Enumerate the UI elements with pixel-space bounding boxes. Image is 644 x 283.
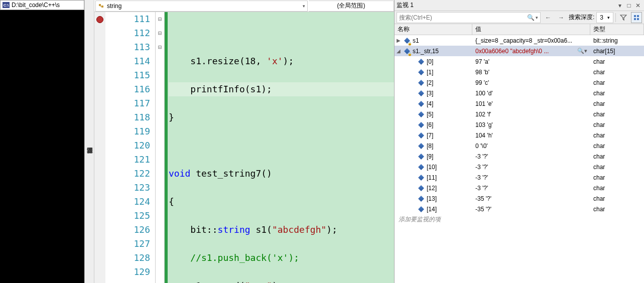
watch-value: -35 '?' <box>475 206 491 213</box>
watch-row[interactable]: [10]-3 '?'char <box>395 162 644 172</box>
line-number: 125 <box>105 209 150 223</box>
line-number: 127 <box>105 237 150 251</box>
variable-icon <box>418 100 425 107</box>
watch-row[interactable]: [7]104 'h'char <box>395 130 644 140</box>
watch-body[interactable]: ▶s1{_size=8 _capacity=8 _str=0x00a6...bi… <box>395 35 644 283</box>
depth-value: 3 <box>600 14 603 21</box>
code-line[interactable]: s1.resize(18, 'x'); <box>169 54 394 68</box>
breakpoint-icon[interactable] <box>96 16 103 23</box>
svg-rect-5 <box>634 18 636 20</box>
scope-dropdown-left[interactable]: string ▾ <box>95 1 308 12</box>
code-editor[interactable]: 1111121131141151161171181191201211221231… <box>94 12 394 283</box>
watch-columns-header: 名称 值 类型 <box>395 24 644 35</box>
watch-row[interactable]: ◢s1._str,150x00a606e0 "abcdefgh\0 ...🔍▾c… <box>395 46 644 56</box>
code-line[interactable]: //s1.push_back('x'); <box>169 251 394 265</box>
watch-type: bit::string <box>590 37 644 44</box>
filter-icon[interactable] <box>618 12 629 23</box>
fold-margin[interactable]: ⊟⊟⊟ <box>156 12 165 283</box>
code-line[interactable]: } <box>169 110 394 124</box>
code-line[interactable]: bit::string s1("abcdefgh"); <box>169 223 394 237</box>
visualizer-icon[interactable]: 🔍▾ <box>577 48 587 54</box>
depth-dropdown[interactable]: 3 ▾ <box>596 12 613 23</box>
watch-type: char <box>590 111 644 118</box>
line-number: 112 <box>105 26 150 40</box>
line-number: 114 <box>105 54 150 68</box>
col-header-value[interactable]: 值 <box>472 24 590 35</box>
col-header-type[interactable]: 类型 <box>590 24 644 35</box>
nav-forward-icon[interactable]: → <box>556 12 567 23</box>
watch-type: char <box>590 153 644 160</box>
search-icon[interactable]: 🔍 <box>527 14 535 21</box>
code-line[interactable]: printfInfo(s1); <box>169 82 394 96</box>
svg-rect-0 <box>99 4 101 6</box>
watch-type: char <box>590 185 644 192</box>
add-watch-row[interactable]: 添加要监视的项 <box>395 214 644 225</box>
nav-back-icon[interactable]: ← <box>543 12 554 23</box>
watch-row[interactable]: [11]-3 '?'char <box>395 172 644 183</box>
code-line[interactable] <box>169 138 394 153</box>
console-titlebar[interactable]: C:\ D:\bit_code\C++\s <box>0 0 84 10</box>
watch-row[interactable]: [14]-35 '?'char <box>395 204 644 214</box>
watch-row[interactable]: [3]100 'd'char <box>395 88 644 98</box>
col-header-name[interactable]: 名称 <box>395 24 472 35</box>
separator <box>615 13 616 22</box>
line-number: 113 <box>105 40 150 54</box>
variable-icon <box>418 69 425 76</box>
side-tab-explorer[interactable]: 器资源管理器 <box>84 0 94 283</box>
line-number: 116 <box>105 82 150 96</box>
properties-icon[interactable] <box>631 12 642 23</box>
code-line[interactable] <box>169 26 394 40</box>
fold-toggle[interactable]: ⊟ <box>156 40 164 54</box>
watch-search-input[interactable] <box>399 14 527 21</box>
fold-toggle[interactable]: ⊟ <box>156 26 164 40</box>
watch-type: char <box>590 164 644 171</box>
chevron-down-icon[interactable]: ▾ <box>536 15 538 20</box>
line-number: 128 <box>105 251 150 265</box>
expand-toggle[interactable]: ▶ <box>396 38 402 43</box>
watch-name: [3] <box>427 90 433 97</box>
window-pin-icon[interactable]: ▾ <box>616 2 624 10</box>
close-icon[interactable]: ✕ <box>634 2 642 10</box>
code-line[interactable]: { <box>169 195 394 209</box>
watch-type: char <box>590 69 644 76</box>
line-number: 117 <box>105 96 150 110</box>
breakpoint-slot[interactable] <box>94 12 105 26</box>
editor-toolbar: string ▾ (全局范围) <box>94 0 394 12</box>
watch-value: 0x00a606e0 "abcdefgh\0 ... <box>475 48 549 55</box>
breakpoint-margin[interactable] <box>94 12 105 283</box>
expand-toggle[interactable]: ◢ <box>396 48 402 54</box>
watch-name: [2] <box>427 79 433 86</box>
watch-row[interactable]: [13]-35 '?'char <box>395 193 644 204</box>
watch-titlebar[interactable]: 监视 1 ▾ □ ✕ <box>395 0 644 11</box>
watch-row[interactable]: [8]0 '\0'char <box>395 140 644 151</box>
line-number: 120 <box>105 138 150 153</box>
watch-row[interactable]: ▶s1{_size=8 _capacity=8 _str=0x00a6...bi… <box>395 35 644 46</box>
code-line[interactable]: void test_string7() <box>169 167 394 181</box>
watch-row[interactable]: [9]-3 '?'char <box>395 151 644 162</box>
watch-row[interactable]: [6]103 'g'char <box>395 119 644 130</box>
watch-value: 98 'b' <box>475 69 489 76</box>
watch-value: -3 '?' <box>475 174 488 181</box>
watch-value: 99 'c' <box>475 79 489 86</box>
watch-name: [1] <box>427 69 433 76</box>
watch-row[interactable]: [12]-3 '?'char <box>395 183 644 193</box>
watch-row[interactable]: [5]102 'f'char <box>395 109 644 119</box>
watch-name: s1 <box>413 37 419 44</box>
variable-icon <box>418 185 425 192</box>
watch-row[interactable]: [2]99 'c'char <box>395 77 644 88</box>
code-content[interactable]: s1.resize(18, 'x'); printfInfo(s1); } vo… <box>168 12 394 283</box>
watch-name: [0] <box>427 58 433 65</box>
watch-search-box[interactable]: 🔍 ▾ <box>397 12 541 23</box>
window-maximize-icon[interactable]: □ <box>625 2 633 10</box>
scope-dropdown-right[interactable]: (全局范围) <box>309 1 394 12</box>
watch-row[interactable]: [4]101 'e'char <box>395 98 644 109</box>
fold-toggle[interactable]: ⊟ <box>156 12 164 26</box>
variable-icon <box>418 143 425 150</box>
code-line[interactable]: s1.append("xxx"); <box>169 279 394 283</box>
watch-value: 101 'e' <box>475 100 493 107</box>
line-number: 123 <box>105 181 150 195</box>
watch-toolbar: 🔍 ▾ ← → 搜索深度: 3 ▾ <box>395 11 644 24</box>
console-icon: C:\ <box>3 2 10 8</box>
watch-row[interactable]: [0]97 'a'char <box>395 56 644 67</box>
watch-row[interactable]: [1]98 'b'char <box>395 67 644 77</box>
